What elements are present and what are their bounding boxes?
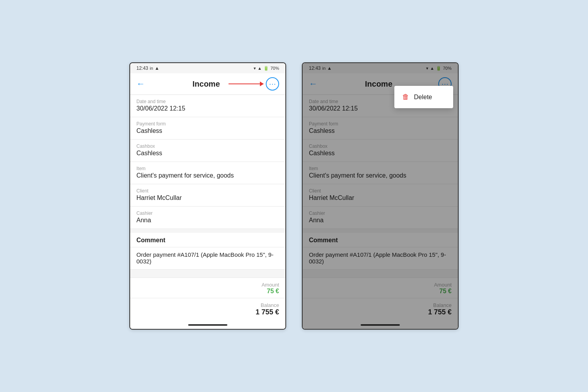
field-item-2: Item Client's payment for service, goods bbox=[303, 162, 458, 184]
screen1: 12:43 in ▲ ▾ ▲ 🔋 70% ← Income ⋯ bbox=[129, 62, 286, 330]
value-item-1: Client's payment for service, goods bbox=[136, 172, 279, 179]
balance-value-2: 1 755 € bbox=[424, 308, 452, 316]
label-client-2: Client bbox=[309, 188, 452, 194]
amount-value-1: 75 € bbox=[256, 288, 279, 295]
linkedin-icon-2: in bbox=[322, 66, 326, 71]
label-cashbox-2: Cashbox bbox=[309, 143, 452, 149]
status-bar-1: 12:43 in ▲ ▾ ▲ 🔋 70% bbox=[130, 63, 285, 73]
label-date-time-1: Date and time bbox=[136, 99, 279, 104]
field-cashier-2: Cashier Anna bbox=[303, 207, 458, 229]
section-divider-4 bbox=[303, 270, 458, 274]
section-divider-1 bbox=[130, 229, 285, 233]
status-time-1: 12:43 bbox=[136, 65, 148, 71]
cellular-icon-2: ▲ bbox=[430, 66, 434, 71]
home-bar-2 bbox=[361, 324, 400, 326]
back-button-2[interactable]: ← bbox=[309, 79, 318, 89]
field-date-time-1: Date and time 30/06/2022 12:15 bbox=[130, 95, 285, 117]
status-left-1: 12:43 in ▲ bbox=[136, 65, 159, 71]
app-bar-1: ← Income ⋯ bbox=[130, 73, 285, 95]
comment-section-1: Comment Order payment #A107/1 (Apple Mac… bbox=[130, 233, 285, 270]
screen2: 12:43 in ▲ ▾ ▲ 🔋 70% ← Income ⋯ Date and… bbox=[302, 62, 459, 330]
battery-icon-2: 🔋 bbox=[436, 66, 441, 71]
value-date-time-1: 30/06/2022 12:15 bbox=[136, 105, 279, 112]
battery-icon-1: 🔋 bbox=[263, 66, 269, 71]
value-cashier-1: Anna bbox=[136, 217, 279, 224]
balance-label-2: Balance bbox=[433, 302, 452, 308]
balance-value-1: 1 755 € bbox=[252, 308, 279, 316]
field-payment-form-2: Payment form Cashless bbox=[303, 117, 458, 140]
arrow-head bbox=[260, 82, 264, 86]
value-cashbox-1: Cashless bbox=[136, 150, 279, 157]
back-button-1[interactable]: ← bbox=[136, 79, 145, 89]
field-client-2: Client Harriet McCullar bbox=[303, 184, 458, 207]
balance-row-2: Balance 1 755 € bbox=[303, 298, 458, 321]
value-payment-form-2: Cashless bbox=[309, 127, 452, 134]
amount-row-2: Amount 75 € bbox=[303, 278, 458, 298]
wifi-icon-2: ▾ bbox=[426, 66, 428, 71]
signal-icon-2: ▲ bbox=[327, 65, 332, 71]
content-2: Date and time 30/06/2022 12:15 Payment f… bbox=[303, 95, 458, 321]
arrow-line bbox=[229, 83, 260, 84]
home-bar-1 bbox=[188, 324, 227, 326]
comment-value-1: Order payment #A107/1 (Apple MacBook Pro… bbox=[130, 247, 285, 270]
value-client-1: Harriet McCullar bbox=[136, 194, 279, 201]
more-button-1[interactable]: ⋯ bbox=[266, 77, 279, 91]
delete-menu-item[interactable]: 🗑 Delete bbox=[394, 87, 453, 107]
battery-pct-1: 70% bbox=[270, 66, 279, 71]
amount-value-2: 75 € bbox=[428, 288, 452, 295]
status-right-2: ▾ ▲ 🔋 70% bbox=[426, 66, 452, 71]
status-time-2: 12:43 bbox=[309, 65, 321, 71]
field-cashbox-1: Cashbox Cashless bbox=[130, 140, 285, 162]
field-item-1: Item Client's payment for service, goods bbox=[130, 162, 285, 184]
value-cashbox-2: Cashless bbox=[309, 150, 452, 157]
amount-row-1: Amount 75 € bbox=[130, 278, 285, 298]
comment-value-2: Order payment #A107/1 (Apple MacBook Pro… bbox=[303, 247, 458, 270]
wifi-icon-1: ▾ bbox=[254, 66, 256, 71]
status-right-1: ▾ ▲ 🔋 70% bbox=[254, 66, 279, 71]
comment-section-2: Comment Order payment #A107/1 (Apple Mac… bbox=[303, 233, 458, 270]
more-icon-1: ⋯ bbox=[269, 80, 276, 88]
value-item-2: Client's payment for service, goods bbox=[309, 172, 452, 179]
battery-pct-2: 70% bbox=[443, 66, 452, 71]
label-payment-form-2: Payment form bbox=[309, 121, 452, 127]
amount-section-1: Amount 75 € Balance 1 755 € bbox=[130, 278, 285, 321]
label-item-2: Item bbox=[309, 166, 452, 171]
value-client-2: Harriet McCullar bbox=[309, 194, 452, 201]
balance-label-1: Balance bbox=[261, 302, 279, 308]
field-cashier-1: Cashier Anna bbox=[130, 207, 285, 229]
field-cashbox-2: Cashbox Cashless bbox=[303, 140, 458, 162]
field-payment-form-1: Payment form Cashless bbox=[130, 117, 285, 140]
status-bar-2: 12:43 in ▲ ▾ ▲ 🔋 70% bbox=[303, 63, 458, 73]
label-item-1: Item bbox=[136, 166, 279, 171]
label-client-1: Client bbox=[136, 188, 279, 194]
content-1: Date and time 30/06/2022 12:15 Payment f… bbox=[130, 95, 285, 321]
cellular-icon-1: ▲ bbox=[258, 66, 262, 71]
label-cashbox-1: Cashbox bbox=[136, 143, 279, 149]
home-indicator-1 bbox=[130, 321, 285, 329]
arrow-indicator bbox=[229, 82, 264, 86]
trash-icon: 🗑 bbox=[402, 93, 409, 101]
label-cashier-1: Cashier bbox=[136, 211, 279, 216]
value-cashier-2: Anna bbox=[309, 217, 452, 224]
amount-section-2: Amount 75 € Balance 1 755 € bbox=[303, 278, 458, 321]
field-client-1: Client Harriet McCullar bbox=[130, 184, 285, 207]
balance-row-1: Balance 1 755 € bbox=[130, 298, 285, 321]
label-cashier-2: Cashier bbox=[309, 211, 452, 216]
home-indicator-2 bbox=[303, 321, 458, 329]
dropdown-menu: 🗑 Delete bbox=[394, 86, 453, 108]
status-left-2: 12:43 in ▲ bbox=[309, 65, 332, 71]
signal-icon-1: ▲ bbox=[155, 65, 160, 71]
amount-label-2: Amount bbox=[434, 282, 452, 288]
comment-header-1: Comment bbox=[130, 233, 285, 247]
section-divider-2 bbox=[130, 270, 285, 274]
section-divider-3 bbox=[303, 229, 458, 233]
value-payment-form-1: Cashless bbox=[136, 127, 279, 134]
comment-header-2: Comment bbox=[303, 233, 458, 247]
delete-label: Delete bbox=[414, 94, 432, 101]
amount-label-1: Amount bbox=[261, 282, 279, 288]
label-payment-form-1: Payment form bbox=[136, 121, 279, 127]
linkedin-icon-1: in bbox=[150, 66, 153, 71]
